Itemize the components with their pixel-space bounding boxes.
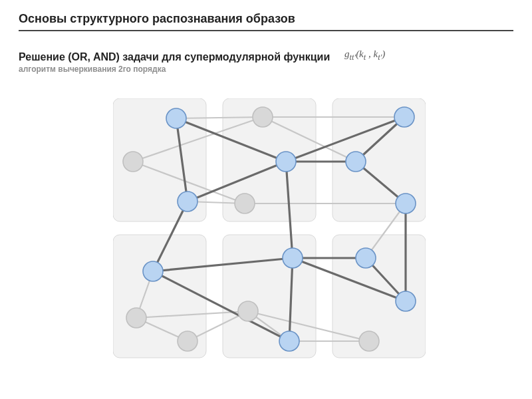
- node-active: [356, 248, 376, 268]
- diagram: [113, 98, 426, 371]
- subtitle: Решение (OR, AND) задачи для супермодуля…: [19, 51, 330, 63]
- node-inactive: [178, 331, 198, 351]
- node-inactive: [359, 331, 379, 351]
- node-inactive: [126, 308, 146, 328]
- node-active: [279, 331, 299, 351]
- node-active: [346, 152, 366, 172]
- page-title: Основы структурного распознавания образо…: [19, 12, 513, 26]
- node-active: [143, 261, 163, 281]
- title-rule: [19, 30, 513, 31]
- node-active: [178, 192, 198, 211]
- node-inactive: [235, 194, 255, 213]
- node-active: [394, 107, 414, 127]
- node-active: [396, 291, 416, 311]
- node-active: [276, 152, 296, 172]
- node-inactive: [253, 107, 273, 127]
- node-inactive: [123, 152, 143, 172]
- node-active: [283, 248, 303, 268]
- formula: gtt'(kt , kt'): [344, 49, 385, 63]
- diagram-svg: [113, 98, 426, 371]
- sub-subtitle: алгоритм вычеркивания 2го порядка: [19, 65, 513, 74]
- node-active: [396, 194, 416, 213]
- node-active: [166, 108, 186, 128]
- node-inactive: [238, 301, 258, 321]
- subtitle-row: Решение (OR, AND) задачи для супермодуля…: [19, 51, 513, 63]
- slide: Основы структурного распознавания образо…: [0, 0, 532, 399]
